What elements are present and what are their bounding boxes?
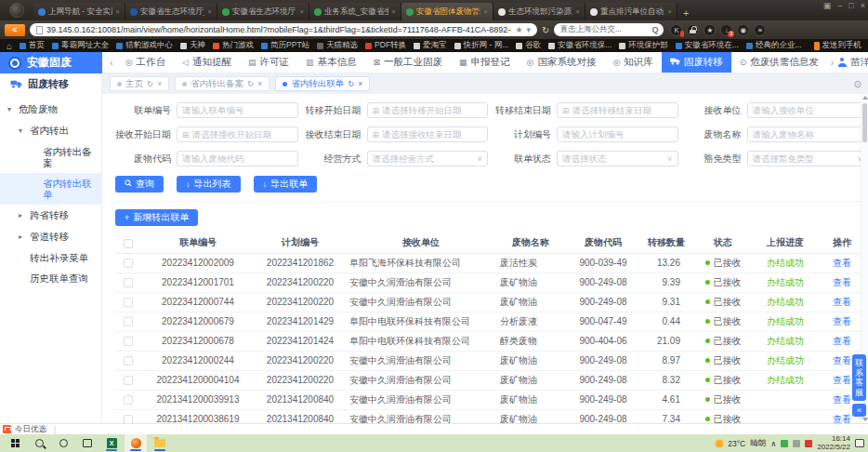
sidebar-item[interactable]: ▾ 危险废物 xyxy=(0,99,101,120)
select-all-checkbox[interactable] xyxy=(124,239,133,248)
sidebar-item[interactable]: ▾ 省内转出 xyxy=(0,120,101,141)
search-icon[interactable]: Q xyxy=(651,25,658,34)
sidebar-item[interactable]: 省内转出联单 xyxy=(0,173,101,205)
add-manifest-button[interactable]: +新增转出联单 xyxy=(115,209,198,226)
nav-item-general-waste[interactable]: ⊠一般工业固废 xyxy=(364,52,451,73)
menu-button[interactable]: ≡ xyxy=(754,24,766,36)
browser-tab[interactable]: 上网导航 - 安全实用... × xyxy=(33,3,125,20)
row-checkbox[interactable] xyxy=(124,337,133,346)
row-checkbox[interactable] xyxy=(124,356,133,366)
tab-close-icon[interactable]: × xyxy=(257,79,262,88)
sidebar-item[interactable]: 历史联单查询 xyxy=(0,268,101,288)
filter-input-box[interactable] xyxy=(177,102,298,118)
filter-input[interactable] xyxy=(753,153,855,164)
filter-input[interactable] xyxy=(192,129,293,140)
bookmark-item[interactable]: 经典的企业... xyxy=(746,40,802,51)
filter-input[interactable] xyxy=(753,105,863,115)
tab-close-icon[interactable]: × xyxy=(358,79,362,88)
tab-refresh-icon[interactable]: ↻ xyxy=(247,79,254,88)
tab-close-icon[interactable]: × xyxy=(391,7,396,16)
export-manifest-button[interactable]: ↓导出联单 xyxy=(254,176,318,193)
taskbar-explorer[interactable] xyxy=(149,434,171,452)
filter-input[interactable] xyxy=(373,153,475,164)
taskbar-clock[interactable]: 16:14 2022/5/22 xyxy=(817,435,850,451)
tab-close-icon[interactable]: × xyxy=(667,7,672,16)
filter-input-box[interactable] xyxy=(557,126,678,142)
tab-close-icon[interactable]: × xyxy=(157,79,162,88)
scroll-down-icon[interactable] xyxy=(862,418,868,421)
page-tab[interactable]: 主页 ↻ × xyxy=(110,76,169,91)
filter-input-box[interactable] xyxy=(747,102,868,118)
nav-item-notifications[interactable]: ◁通知提醒 xyxy=(174,52,240,73)
search-text[interactable]: 直击上海公共交... xyxy=(559,24,622,35)
nav-more-icon[interactable]: › xyxy=(831,57,835,68)
security-lock-button[interactable] xyxy=(687,24,699,36)
page-tab[interactable]: 省内转出联单 ↻ × xyxy=(275,76,370,91)
row-checkbox[interactable] xyxy=(124,317,133,326)
bookmark-item[interactable]: 快折网 - 网... xyxy=(454,40,509,51)
filter-input-box[interactable]: ∨ xyxy=(747,151,868,166)
tab-options-icon[interactable]: ⊙ xyxy=(854,79,861,89)
sidebar-item[interactable]: ▸ 管道转移 xyxy=(0,226,101,247)
filter-input[interactable] xyxy=(562,129,673,140)
taskbar-search-button[interactable] xyxy=(28,434,50,452)
collapse-widget-button[interactable]: « xyxy=(852,404,866,417)
row-checkbox[interactable] xyxy=(124,278,133,287)
nav-item-workbench[interactable]: ◎工作台 xyxy=(117,52,174,73)
weather-desc[interactable]: 晴朗 xyxy=(750,438,766,449)
cortana-button[interactable] xyxy=(52,434,74,452)
nav-item-knowledge[interactable]: ◎知识库 xyxy=(604,52,661,73)
bookmark-item[interactable]: 安徽省环境在... xyxy=(676,40,739,51)
favorite-star-icon[interactable]: ★ xyxy=(515,25,522,34)
skin-button[interactable]: ▣ xyxy=(823,1,832,10)
bookmark-item[interactable]: 爱淘宝 xyxy=(414,40,447,51)
browser-tab[interactable]: 安徽省生态环境厅 × xyxy=(217,3,309,20)
tray-expand-icon[interactable]: ∧ xyxy=(770,439,776,448)
bookmark-item[interactable]: 毒霸网址大全 xyxy=(52,40,109,51)
nav-item-supply-demand[interactable]: ⊙危废供需信息发 xyxy=(731,52,827,73)
close-button[interactable]: × xyxy=(861,1,865,10)
screenshot-button[interactable]: ◉ xyxy=(737,24,749,36)
security-tray-icon[interactable] xyxy=(805,440,812,447)
sidebar-item[interactable]: 省内转出备案 xyxy=(0,141,101,173)
bookmark-item[interactable]: 热门游戏 xyxy=(213,40,254,51)
weather-temp[interactable]: 23°C xyxy=(728,439,745,448)
antivirus-tray-icon[interactable] xyxy=(781,440,788,447)
filter-input-box[interactable]: ∨ xyxy=(367,151,489,166)
url-box[interactable]: 39.145.0.162:10081/main/view/home/horizo… xyxy=(30,23,537,36)
nav-back-icon[interactable]: ‹ xyxy=(102,52,117,73)
export-list-button[interactable]: ↓导出列表 xyxy=(177,176,241,193)
browser-tab[interactable]: 业务系统_安徽省生... × xyxy=(309,3,401,20)
url-text[interactable]: 39.145.0.162:10081/main/view/home/horizo… xyxy=(46,25,511,34)
tab-close-icon[interactable]: × xyxy=(483,7,488,16)
filter-input[interactable] xyxy=(382,129,482,140)
browser-tab[interactable]: 安徽省固体废物管理 × xyxy=(401,3,493,20)
page-tab[interactable]: 省内转出备案 ↻ × xyxy=(175,76,270,91)
filter-input[interactable] xyxy=(572,105,673,115)
row-checkbox[interactable] xyxy=(124,376,133,385)
filter-input-box[interactable]: ⊞ xyxy=(177,126,298,142)
browser-tab[interactable]: 重点排污单位自动监... × xyxy=(585,3,677,20)
reload-icon[interactable]: ↻ xyxy=(542,25,549,35)
sidebar-item[interactable]: 转出补录菜单 xyxy=(0,247,101,268)
bookmark-item[interactable]: 简历PPT站 xyxy=(261,40,309,51)
tab-close-icon[interactable]: × xyxy=(115,7,120,16)
filter-input-box[interactable]: ∨ xyxy=(557,151,678,166)
filter-input-box[interactable] xyxy=(177,151,298,166)
maximize-button[interactable]: □ xyxy=(848,1,853,10)
nav-item-waste-transfer[interactable]: 固废转移 xyxy=(662,52,731,73)
query-button[interactable]: 查询 xyxy=(115,176,164,193)
downloads-button[interactable]: ↓3 xyxy=(720,24,732,36)
tab-close-icon[interactable]: × xyxy=(575,7,580,16)
filter-input-box[interactable]: ⊞ xyxy=(557,102,678,118)
scrollbar-thumb[interactable] xyxy=(862,103,867,142)
task-view-button[interactable] xyxy=(76,434,99,452)
filter-input-box[interactable]: ⊞ xyxy=(367,102,489,118)
filter-input-box[interactable]: ⊞ xyxy=(367,126,489,142)
bookmark-item[interactable]: 首页 xyxy=(20,40,45,51)
start-button[interactable] xyxy=(4,434,26,452)
nav-item-basic-info[interactable]: ▥基本信息 xyxy=(297,52,365,73)
filter-input[interactable] xyxy=(562,153,664,164)
notification-center-icon[interactable] xyxy=(855,439,864,447)
tab-refresh-icon[interactable]: ↻ xyxy=(147,79,153,88)
